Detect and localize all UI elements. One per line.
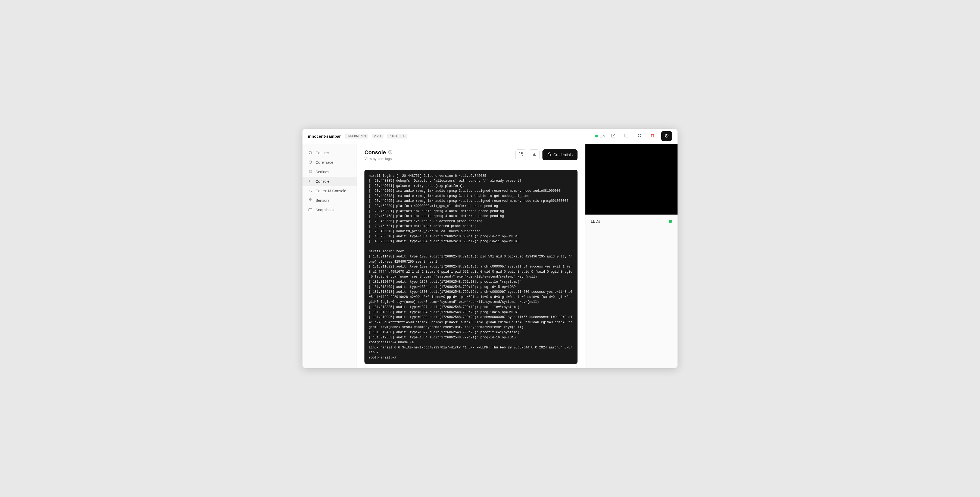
power-button[interactable] (661, 131, 672, 141)
led-status-dot (669, 220, 672, 223)
content-area: Console View system logs (357, 144, 585, 368)
right-panel: LEDs (585, 144, 678, 368)
sidebar-label-coretrace: CoreTrace (315, 160, 334, 165)
download-button[interactable] (529, 149, 540, 160)
sidebar-label-snapshots: Snapshots (315, 208, 334, 212)
terminal-output[interactable]: narsil login: [ 20.448756] Galcore versi… (364, 170, 578, 364)
svg-rect-1 (627, 134, 628, 137)
titlebar-right: On (595, 131, 672, 141)
credentials-button[interactable]: Credentials (542, 149, 578, 160)
power-icon (664, 133, 669, 139)
sidebar-item-sensors[interactable]: Sensors (302, 196, 356, 205)
svg-point-2 (309, 151, 312, 154)
credentials-label: Credentials (553, 152, 573, 157)
snapshots-icon (308, 208, 313, 213)
status-label: On (600, 134, 605, 138)
leds-label: LEDs (591, 219, 600, 224)
lock-icon (547, 152, 551, 157)
refresh-button[interactable] (635, 132, 644, 140)
delete-icon (650, 133, 655, 139)
open-external-icon (519, 152, 523, 157)
sidebar-label-connect: Connect (315, 151, 330, 155)
cortex-m-console-icon (308, 189, 313, 194)
app-window: innocent-sambar i.MX 8M Plus 2.2.1 6.6.3… (302, 129, 678, 368)
titlebar: innocent-sambar i.MX 8M Plus 2.2.1 6.6.3… (302, 129, 678, 144)
device-badge-version: 2.2.1 (372, 133, 384, 138)
header-actions: Credentials (515, 149, 578, 160)
device-badge-chip: i.MX 8M Plus (345, 133, 368, 138)
sidebar-item-coretrace[interactable]: CoreTrace (302, 158, 356, 167)
sidebar-label-sensors: Sensors (315, 198, 329, 203)
console-area[interactable]: narsil login: [ 20.448756] Galcore versi… (357, 165, 585, 368)
settings-icon (308, 170, 313, 175)
external-link-icon (611, 133, 616, 139)
main-layout: Connect CoreTrace Settings Console (302, 144, 678, 368)
svg-point-5 (310, 200, 311, 201)
titlebar-left: innocent-sambar i.MX 8M Plus 2.2.1 6.6.3… (308, 133, 595, 138)
download-icon (532, 152, 536, 157)
sidebar-label-settings: Settings (315, 170, 329, 174)
svg-rect-0 (625, 134, 626, 137)
sidebar: Connect CoreTrace Settings Console (302, 144, 357, 368)
content-title-row: Console (364, 149, 393, 156)
svg-point-3 (309, 161, 312, 164)
refresh-icon (637, 133, 642, 139)
sidebar-item-cortex-m-console[interactable]: Cortex-M Console (302, 186, 356, 196)
sidebar-item-console[interactable]: Console (302, 177, 356, 186)
sidebar-label-console: Console (315, 179, 329, 184)
sidebar-item-connect[interactable]: Connect (302, 148, 356, 158)
content-title-group: Console View system logs (364, 149, 393, 161)
open-external-button[interactable] (515, 149, 526, 160)
columns-button[interactable] (622, 132, 631, 140)
status-indicator: On (595, 134, 605, 138)
status-dot-icon (595, 135, 598, 137)
svg-point-4 (310, 171, 311, 172)
columns-icon (624, 133, 628, 139)
content-subtitle: View system logs (364, 157, 393, 161)
page-title: Console (364, 149, 386, 156)
svg-point-8 (390, 153, 390, 153)
sidebar-item-settings[interactable]: Settings (302, 167, 356, 177)
camera-preview (585, 144, 678, 214)
connect-icon (308, 151, 313, 156)
delete-button[interactable] (648, 132, 657, 140)
coretrace-icon (308, 160, 313, 165)
device-badge-kernel: 6.6.3-1.0.0 (387, 133, 407, 138)
sensors-icon (308, 198, 313, 203)
leds-section: LEDs (585, 214, 678, 228)
content-header: Console View system logs (357, 144, 585, 165)
sidebar-item-snapshots[interactable]: Snapshots (302, 205, 356, 215)
svg-rect-9 (548, 154, 550, 156)
help-icon[interactable] (388, 150, 393, 155)
device-name: innocent-sambar (308, 134, 341, 138)
console-icon (308, 179, 313, 184)
svg-rect-6 (309, 209, 312, 211)
sidebar-label-cortex-m-console: Cortex-M Console (315, 189, 346, 193)
external-link-button[interactable] (609, 132, 618, 140)
